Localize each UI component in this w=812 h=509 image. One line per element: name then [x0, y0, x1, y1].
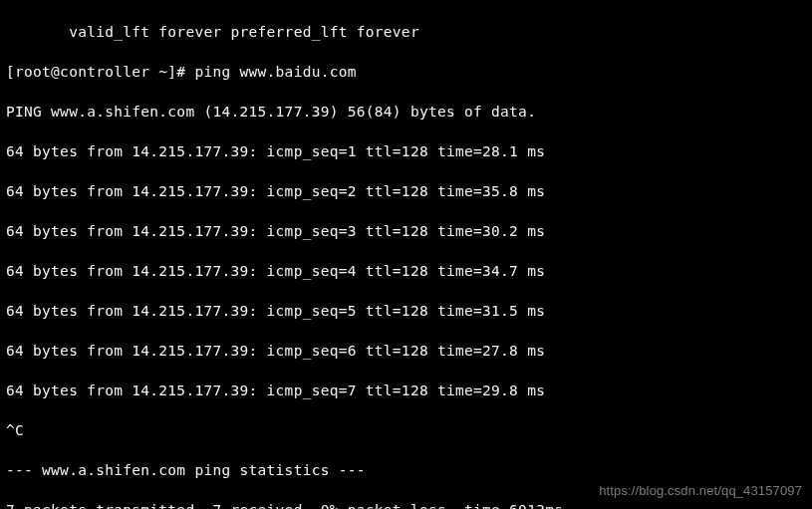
ping-stats-header: --- www.a.shifen.com ping statistics --- [6, 460, 806, 480]
ping-reply: 64 bytes from 14.215.177.39: icmp_seq=7 … [6, 381, 806, 400]
ping-reply: 64 bytes from 14.215.177.39: icmp_seq=3 … [6, 221, 806, 241]
interrupt-signal: ^C [6, 420, 806, 440]
ping-reply: 64 bytes from 14.215.177.39: icmp_seq=6 … [6, 341, 806, 361]
ping-reply: 64 bytes from 14.215.177.39: icmp_seq=5 … [6, 301, 806, 321]
ping-header: PING www.a.shifen.com (14.215.177.39) 56… [6, 102, 806, 122]
shell-prompt: [root@controller ~]# [6, 64, 194, 80]
prompt-line-1: [root@controller ~]# ping www.baidu.com [6, 62, 806, 82]
terminal-output[interactable]: valid_lft forever preferred_lft forever … [0, 0, 812, 509]
ping-reply: 64 bytes from 14.215.177.39: icmp_seq=1 … [6, 141, 806, 161]
prev-output-fragment: valid_lft forever preferred_lft forever [6, 22, 806, 42]
csdn-watermark: https://blog.csdn.net/qq_43157097 [599, 481, 802, 501]
command-text: ping www.baidu.com [194, 64, 356, 80]
ping-reply: 64 bytes from 14.215.177.39: icmp_seq=4 … [6, 261, 806, 281]
ping-stats-line: 7 packets transmitted, 7 received, 0% pa… [6, 500, 806, 509]
ping-reply: 64 bytes from 14.215.177.39: icmp_seq=2 … [6, 181, 806, 201]
